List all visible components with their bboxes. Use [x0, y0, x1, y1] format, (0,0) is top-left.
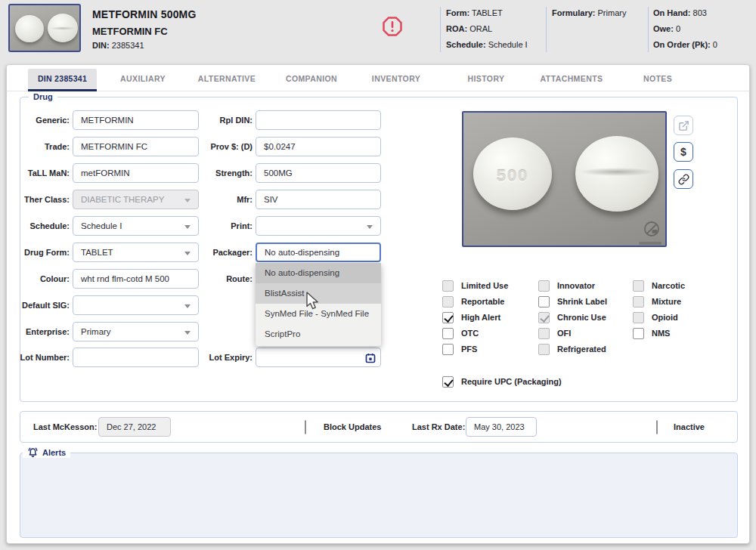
last-rx-date-input[interactable]: May 30, 2023 [466, 417, 537, 437]
ofi-checkbox[interactable] [538, 328, 550, 339]
otc-checkbox[interactable] [442, 328, 454, 339]
lot-expiry-row: Lot Expiry: [191, 348, 381, 367]
trade-input[interactable]: METFORMIN FC [73, 137, 199, 156]
tallman-label: TaLL MaN: [18, 168, 70, 178]
generic-input[interactable]: METFORMIN [73, 110, 199, 130]
prov-label: Prov $: (D) [191, 142, 253, 151]
din-label: DIN: [92, 41, 110, 50]
last-rx-date-label: Last Rx Date: [412, 417, 465, 437]
pricing-button[interactable]: $ [674, 142, 693, 162]
packager-label: Packager: [191, 248, 253, 257]
print-row: Print: [191, 216, 381, 236]
calendar-icon[interactable] [365, 353, 376, 363]
narcotic-label: Narcotic [652, 281, 685, 290]
tab-companion[interactable]: COMPANION [286, 69, 337, 89]
shrink-label-label: Shrink Label [557, 297, 607, 306]
innovator-checkbox[interactable] [538, 280, 550, 292]
chain-link-icon [678, 174, 689, 185]
page-title: METFORMIN 500MG [92, 8, 197, 20]
header-info-col2: Formulary: Primary [552, 5, 626, 21]
schedule-value: Schedule I [488, 40, 528, 49]
lot-expiry-input[interactable] [256, 348, 381, 367]
mfr-input[interactable]: SIV [256, 190, 381, 209]
default-sig-label: Default SIG: [18, 301, 70, 310]
mfr-label: Mfr: [191, 195, 253, 204]
enterprise-label: Enterprise: [18, 327, 70, 336]
nms-label: NMS [652, 329, 670, 338]
schedule-select[interactable]: Schedule I [73, 216, 199, 236]
opioid-checkbox[interactable] [633, 312, 644, 323]
flag-innovator: Innovator [538, 280, 607, 292]
pill-score-line [580, 168, 654, 176]
lot-number-input[interactable] [73, 348, 199, 367]
colour-input[interactable]: wht rnd flm-cotd M 500 [73, 269, 199, 289]
flag-reportable: Reportable [442, 295, 508, 307]
option-scriptpro[interactable]: ScriptPro [256, 324, 381, 345]
reportable-checkbox[interactable] [442, 296, 454, 307]
inactive-checkbox[interactable] [656, 420, 658, 434]
link-button[interactable] [674, 169, 693, 189]
rpl-din-input[interactable] [256, 110, 381, 130]
option-no-auto-dispensing[interactable]: No auto-dispensing [256, 263, 381, 283]
innovator-label: Innovator [557, 281, 595, 290]
block-updates-checkbox[interactable] [305, 420, 306, 434]
tallman-input[interactable]: metFORMIN [73, 163, 199, 183]
refrigerated-checkbox[interactable] [538, 344, 550, 355]
last-mckesson-label: Last McKesson: [33, 417, 97, 437]
chronic-use-checkbox[interactable] [538, 312, 550, 323]
trade-row: Trade: METFORMIN FC [18, 137, 199, 156]
inactive-label: Inactive [674, 417, 705, 437]
prov-input[interactable]: $0.0247 [256, 137, 381, 156]
strength-input[interactable]: 500MG [256, 163, 381, 183]
enterprise-select[interactable]: Primary [73, 322, 199, 341]
require-upc-checkbox[interactable] [442, 376, 454, 388]
chronic-use-label: Chronic Use [557, 313, 606, 322]
block-updates-label: Block Updates [324, 417, 381, 437]
dollar-icon: $ [680, 146, 686, 158]
packager-row: Packager: No auto-dispensing [191, 243, 381, 262]
colour-row: Colour: wht rnd flm-cotd M 500 [18, 269, 199, 289]
ofi-label: OFI [557, 329, 571, 338]
tab-attachments[interactable]: ATTACHMENTS [541, 69, 603, 89]
formulary-label: Formulary: [552, 8, 595, 17]
open-external-button[interactable] [674, 116, 693, 135]
on-order-label: On Order (Pk): [653, 40, 711, 49]
generic-row: Generic: METFORMIN [18, 110, 199, 130]
pill-left-thumb [15, 15, 44, 42]
flags-col3: Narcotic Mixture Opioid NMS [633, 280, 685, 339]
formulary-value: Primary [598, 8, 627, 17]
tab-history[interactable]: HISTORY [468, 69, 505, 89]
pill-right [575, 136, 658, 212]
on-order-value: 0 [713, 40, 717, 49]
rpl-din-label: Rpl DIN: [191, 116, 253, 125]
schedule-field-label: Schedule: [18, 221, 70, 230]
alerts-panel [20, 453, 738, 538]
tab-alternative[interactable]: ALTERNATIVE [198, 69, 256, 89]
narcotic-checkbox[interactable] [633, 280, 644, 292]
print-select[interactable] [256, 216, 381, 236]
tab-inventory[interactable]: INVENTORY [372, 69, 420, 89]
flag-chronic-use: Chronic Use [538, 311, 607, 323]
drug-form-label: Drug Form: [18, 248, 70, 257]
tab-auxiliary[interactable]: AUXILIARY [120, 69, 166, 89]
pfs-checkbox[interactable] [442, 344, 454, 355]
shrink-label-checkbox[interactable] [538, 296, 550, 307]
limited-use-label: Limited Use [461, 281, 508, 290]
lot-number-row: Lot Number: [18, 348, 199, 367]
limited-use-checkbox[interactable] [442, 280, 454, 292]
default-sig-select[interactable] [73, 295, 199, 315]
tab-notes[interactable]: NOTES [643, 69, 672, 89]
flag-opioid: Opioid [633, 311, 685, 323]
drug-photo-thumbnail[interactable] [8, 4, 81, 52]
packager-combobox[interactable]: No auto-dispensing [256, 243, 381, 262]
high-alert-checkbox[interactable] [442, 312, 454, 323]
mixture-checkbox[interactable] [633, 296, 644, 307]
nms-checkbox[interactable] [633, 328, 644, 339]
tab-din[interactable]: DIN 2385341 [28, 69, 97, 91]
pill-left: 500 [473, 138, 552, 210]
roa-value: ORAL [469, 24, 492, 33]
default-sig-row: Default SIG: [18, 295, 199, 315]
ther-class-label: Ther Class: [18, 195, 70, 204]
drug-form-select[interactable]: TABLET [73, 243, 199, 262]
strength-row: Strength: 500MG [191, 163, 381, 183]
